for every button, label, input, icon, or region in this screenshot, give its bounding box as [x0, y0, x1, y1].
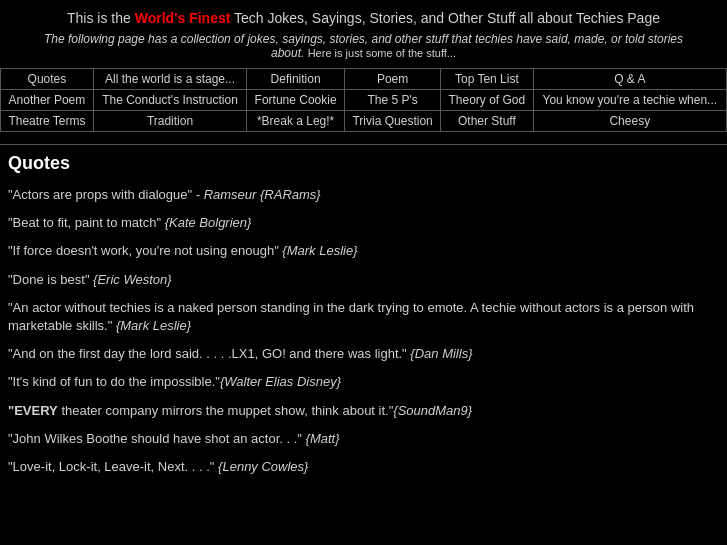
- nav-item[interactable]: *Break a Leg!*: [247, 111, 345, 132]
- quote-author: {Mark Leslie}: [279, 243, 358, 258]
- quote-item: "Done is best" {Eric Weston}: [8, 271, 719, 289]
- content-area: Quotes "Actors are props with dialogue" …: [0, 153, 727, 506]
- quote-item: "John Wilkes Boothe should have shot an …: [8, 430, 719, 448]
- nav-item[interactable]: All the world is a stage...: [93, 69, 246, 90]
- quote-text: "Beat to fit, paint to match": [8, 215, 161, 230]
- nav-item[interactable]: Theatre Terms: [1, 111, 94, 132]
- quote-author: {Mark Leslie}: [112, 318, 191, 333]
- nav-item[interactable]: Cheesy: [533, 111, 726, 132]
- quote-item: "If force doesn't work, you're not using…: [8, 242, 719, 260]
- nav-item[interactable]: Theory of God: [441, 90, 533, 111]
- quote-author: {Dan Mills}: [407, 346, 473, 361]
- nav-item[interactable]: Poem: [345, 69, 441, 90]
- quote-author: {Matt}: [302, 431, 340, 446]
- nav-item[interactable]: Trivia Question: [345, 111, 441, 132]
- nav-item[interactable]: Definition: [247, 69, 345, 90]
- quote-text: "John Wilkes Boothe should have shot an …: [8, 431, 302, 446]
- quote-item: "It's kind of fun to do the impossible."…: [8, 373, 719, 391]
- quote-item: "And on the first day the lord said. . .…: [8, 345, 719, 363]
- quote-author: - Ramseur {RARams}: [192, 187, 321, 202]
- section-title: Quotes: [8, 153, 719, 174]
- quote-text: "If force doesn't work, you're not using…: [8, 243, 279, 258]
- quote-text: "Actors are props with dialogue": [8, 187, 192, 202]
- quote-author: {Lenny Cowles}: [214, 459, 308, 474]
- navigation-table: QuotesAll the world is a stage...Definit…: [0, 68, 727, 132]
- subtitle-extra: Here is just some of the stuff...: [308, 47, 456, 59]
- quote-author: {SoundMan9}: [393, 403, 472, 418]
- title-prefix: This is the: [67, 10, 135, 26]
- quote-item: "EVERY theater company mirrors the muppe…: [8, 402, 719, 420]
- quote-text: "Done is best": [8, 272, 90, 287]
- quote-text: "It's kind of fun to do the impossible.": [8, 374, 220, 389]
- nav-item[interactable]: Quotes: [1, 69, 94, 90]
- nav-item[interactable]: Tradition: [93, 111, 246, 132]
- brand-name: World's Finest: [135, 10, 231, 26]
- quotes-container: "Actors are props with dialogue" - Ramse…: [8, 186, 719, 476]
- quote-author: {Kate Bolgrien}: [161, 215, 251, 230]
- nav-item[interactable]: Top Ten List: [441, 69, 533, 90]
- nav-item[interactable]: The 5 P's: [345, 90, 441, 111]
- quote-text: theater company mirrors the muppet show,…: [58, 403, 394, 418]
- quote-author: {Walter Elias Disney}: [220, 374, 341, 389]
- nav-item[interactable]: The Conduct's Instruction: [93, 90, 246, 111]
- page-subtitle: The following page has a collection of j…: [0, 30, 727, 64]
- quote-item: "Actors are props with dialogue" - Ramse…: [8, 186, 719, 204]
- quote-author: {Eric Weston}: [90, 272, 172, 287]
- quote-item: "An actor without techies is a naked per…: [8, 299, 719, 335]
- section-divider: [0, 144, 727, 145]
- nav-item[interactable]: Another Poem: [1, 90, 94, 111]
- nav-item[interactable]: Q & A: [533, 69, 726, 90]
- title-suffix: Tech Jokes, Sayings, Stories, and Other …: [230, 10, 660, 26]
- nav-item[interactable]: Other Stuff: [441, 111, 533, 132]
- quote-text: "And on the first day the lord said. . .…: [8, 346, 407, 361]
- nav-item[interactable]: You know you're a techie when...: [533, 90, 726, 111]
- quote-item: "Beat to fit, paint to match" {Kate Bolg…: [8, 214, 719, 232]
- quote-item: "Love-it, Lock-it, Leave-it, Next. . . .…: [8, 458, 719, 476]
- nav-item[interactable]: Fortune Cookie: [247, 90, 345, 111]
- quote-text: "An actor without techies is a naked per…: [8, 300, 694, 333]
- page-header: This is the World's Finest Tech Jokes, S…: [0, 0, 727, 30]
- quote-bold-text: "EVERY: [8, 403, 58, 418]
- quote-text: "Love-it, Lock-it, Leave-it, Next. . . .…: [8, 459, 214, 474]
